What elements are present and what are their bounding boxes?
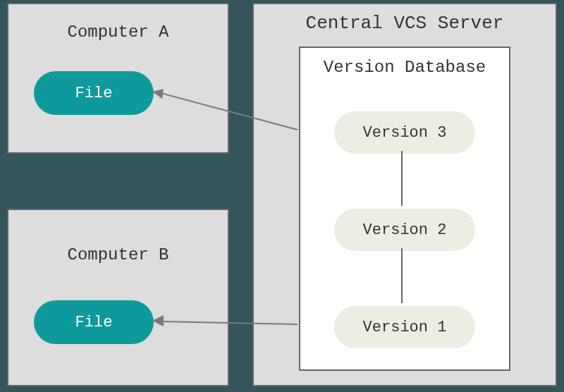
file-pill-a: File bbox=[34, 71, 154, 115]
version-pill-1: Version 1 bbox=[334, 306, 475, 348]
server-panel: Central VCS Server Version Database Vers… bbox=[252, 3, 557, 386]
version-label-1: Version 1 bbox=[363, 319, 447, 336]
version-database-title: Version Database bbox=[300, 58, 509, 77]
version-label-3: Version 3 bbox=[363, 124, 447, 142]
version-database-box: Version Database Version 3 Version 2 Ver… bbox=[299, 47, 510, 371]
computer-a-title: Computer A bbox=[8, 23, 228, 42]
computer-b-title: Computer B bbox=[8, 245, 228, 264]
version-pill-2: Version 2 bbox=[334, 209, 475, 251]
diagram-root: Computer A File Computer B File Central … bbox=[0, 0, 564, 392]
server-title: Central VCS Server bbox=[254, 13, 556, 34]
version-pill-3: Version 3 bbox=[334, 111, 475, 154]
file-label-a: File bbox=[75, 85, 113, 102]
version-label-2: Version 2 bbox=[363, 221, 447, 239]
computer-a-panel: Computer A File bbox=[7, 3, 229, 154]
file-pill-b: File bbox=[34, 300, 154, 344]
computer-b-panel: Computer B File bbox=[7, 209, 229, 386]
file-label-b: File bbox=[75, 314, 113, 331]
